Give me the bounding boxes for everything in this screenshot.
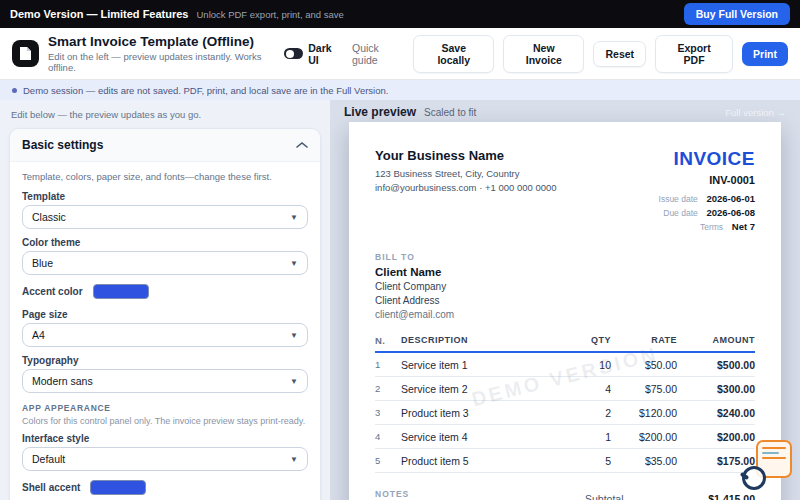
business-contact: info@yourbusiness.com · +1 000 000 0000	[375, 182, 557, 193]
invoice-number: INV-0001	[659, 174, 755, 186]
header-actions: Dark UI Quick guide Save locally New Inv…	[284, 35, 788, 73]
page-size-select[interactable]: A4 ▼	[22, 323, 308, 347]
subtotal-label: Subtotal	[585, 493, 624, 500]
row-qty: 5	[569, 455, 611, 467]
accent-color-field: Accent color	[22, 284, 308, 299]
app-root: Demo Version — Limited Features Unlock P…	[0, 0, 800, 500]
col-qty: QTY	[569, 335, 611, 346]
app-appearance-title: APP APPEARANCE	[22, 403, 308, 413]
page-size-label: Page size	[22, 309, 308, 320]
invoice-doc-title: INVOICE	[659, 148, 755, 170]
table-row: 2 Service item 2 4 $75.00 $300.00	[375, 377, 755, 401]
basic-settings-description: Template, colors, paper size, and fonts—…	[22, 171, 308, 182]
preview-header: Live preview Scaled to fit Full version …	[330, 100, 800, 122]
demo-version-subtext: Unlock PDF export, print, and save	[197, 9, 344, 20]
chevron-up-icon	[296, 141, 308, 149]
issue-date-label: Issue date	[659, 194, 698, 204]
paper-wrap: Your Business Name 123 Business Street, …	[330, 122, 800, 500]
demo-topbar: Demo Version — Limited Features Unlock P…	[0, 0, 800, 28]
due-date-label: Due date	[663, 208, 698, 218]
chevron-down-icon: ▼	[290, 455, 298, 464]
row-description: Service item 1	[401, 359, 569, 371]
issue-date-value: 2026-06-01	[706, 193, 755, 204]
business-block: Your Business Name 123 Business Street, …	[375, 148, 557, 234]
row-qty: 1	[569, 431, 611, 443]
dark-ui-toggle[interactable]	[284, 48, 303, 59]
shell-accent-field: Shell accent	[22, 480, 308, 495]
basic-settings-title: Basic settings	[22, 138, 103, 152]
invoice-footer: NOTES Describe your work or service here…	[375, 489, 755, 500]
business-address: 123 Business Street, City, Country	[375, 168, 557, 179]
template-label: Template	[22, 191, 308, 202]
demo-notice-bar: Demo session — edits are not saved. PDF,…	[0, 80, 800, 100]
print-button[interactable]: Print	[742, 42, 788, 66]
basic-settings-body: Template, colors, paper size, and fonts—…	[10, 162, 320, 500]
row-rate: $120.00	[611, 407, 677, 419]
row-description: Service item 2	[401, 383, 569, 395]
col-amount: AMOUNT	[677, 335, 755, 346]
page-subtitle: Edit on the left — preview updates insta…	[48, 51, 284, 73]
template-select[interactable]: Classic ▼	[22, 205, 308, 229]
interface-style-select-value: Default	[32, 453, 65, 465]
row-amount: $500.00	[677, 359, 755, 371]
editor-hint: Edit below — the preview updates as you …	[11, 109, 321, 120]
chevron-down-icon: ▼	[290, 259, 298, 268]
accent-color-swatch[interactable]	[93, 284, 149, 299]
interface-style-select[interactable]: Default ▼	[22, 447, 308, 471]
document-icon	[19, 46, 32, 61]
row-amount: $300.00	[677, 383, 755, 395]
shell-accent-label: Shell accent	[22, 482, 80, 493]
col-description: DESCRIPTION	[401, 335, 569, 346]
row-description: Product item 5	[401, 455, 569, 467]
invoice-paper: Your Business Name 123 Business Street, …	[349, 122, 781, 500]
client-email: client@email.com	[375, 309, 755, 320]
full-version-link[interactable]: Full version →	[725, 107, 786, 118]
zoom-overlay-widget[interactable]	[742, 440, 792, 492]
quick-guide-link[interactable]: Quick guide	[352, 42, 404, 66]
terms-row: Terms Net 7	[659, 220, 755, 234]
terms-label: Terms	[700, 222, 723, 232]
accent-color-label: Accent color	[22, 286, 83, 297]
app-title-block: Smart Invoice Template (Offline) Edit on…	[48, 34, 284, 73]
bill-to-label: BILL TO	[375, 252, 755, 262]
typography-select-value: Modern sans	[32, 375, 93, 387]
subtotal-row: Subtotal $1,415.00	[585, 489, 755, 500]
scaled-to-fit-label: Scaled to fit	[424, 107, 476, 118]
chevron-down-icon: ▼	[290, 331, 298, 340]
notice-dot-icon	[12, 88, 17, 93]
client-name: Client Name	[375, 266, 755, 278]
color-theme-field: Color theme Blue ▼	[22, 237, 308, 275]
editor-panel: Edit below — the preview updates as you …	[0, 100, 330, 500]
table-row: 1 Service item 1 10 $50.00 $500.00	[375, 353, 755, 377]
invoice-meta-block: INVOICE INV-0001 Issue date 2026-06-01 D…	[659, 148, 755, 234]
notice-text: Demo session — edits are not saved. PDF,…	[23, 85, 388, 96]
invoice-table: N. DESCRIPTION QTY RATE AMOUNT 1 Service…	[375, 335, 755, 473]
typography-field: Typography Modern sans ▼	[22, 355, 308, 393]
interface-style-field: Interface style Default ▼	[22, 433, 308, 471]
row-description: Service item 4	[401, 431, 569, 443]
basic-settings-card: Basic settings Template, colors, paper s…	[9, 128, 321, 500]
row-number: 4	[375, 431, 401, 442]
color-theme-select[interactable]: Blue ▼	[22, 251, 308, 275]
buy-full-version-button[interactable]: Buy Full Version	[684, 3, 790, 25]
toggle-knob	[286, 50, 294, 58]
row-rate: $75.00	[611, 383, 677, 395]
issue-date-row: Issue date 2026-06-01	[659, 192, 755, 206]
basic-settings-header[interactable]: Basic settings	[10, 129, 320, 162]
new-invoice-button[interactable]: New Invoice	[503, 35, 584, 73]
row-qty: 2	[569, 407, 611, 419]
row-rate: $35.00	[611, 455, 677, 467]
page-size-field: Page size A4 ▼	[22, 309, 308, 347]
reset-button[interactable]: Reset	[593, 41, 646, 67]
save-locally-button[interactable]: Save locally	[413, 35, 494, 73]
interface-style-label: Interface style	[22, 433, 308, 444]
table-header-row: N. DESCRIPTION QTY RATE AMOUNT	[375, 335, 755, 353]
shell-accent-swatch[interactable]	[90, 480, 146, 495]
business-name: Your Business Name	[375, 148, 557, 163]
demo-version-label: Demo Version — Limited Features	[10, 8, 189, 20]
col-n: N.	[375, 335, 401, 346]
export-pdf-button[interactable]: Export PDF	[655, 35, 733, 73]
typography-select[interactable]: Modern sans ▼	[22, 369, 308, 393]
color-theme-label: Color theme	[22, 237, 308, 248]
client-address: Client Address	[375, 295, 755, 306]
